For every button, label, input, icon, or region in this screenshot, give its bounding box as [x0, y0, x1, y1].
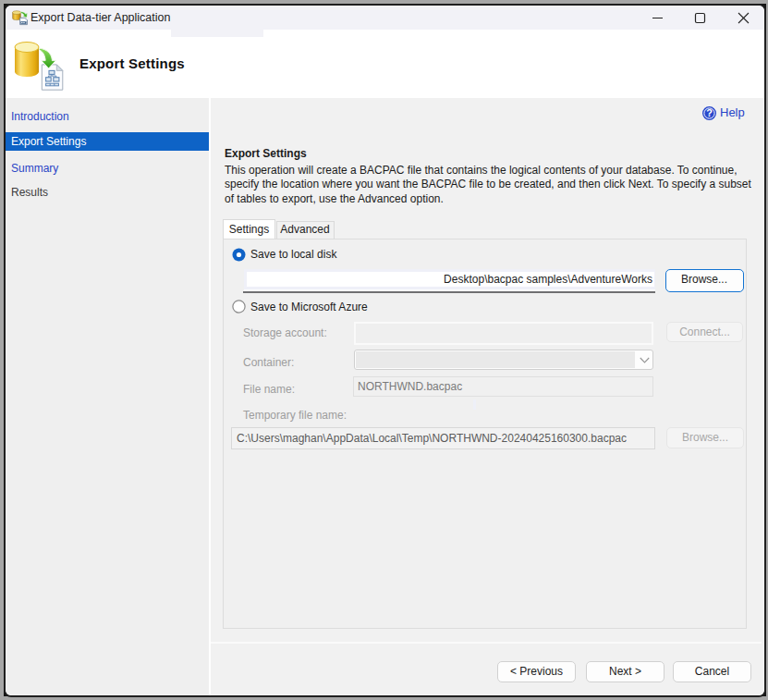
svg-text:?: ? — [706, 107, 713, 118]
